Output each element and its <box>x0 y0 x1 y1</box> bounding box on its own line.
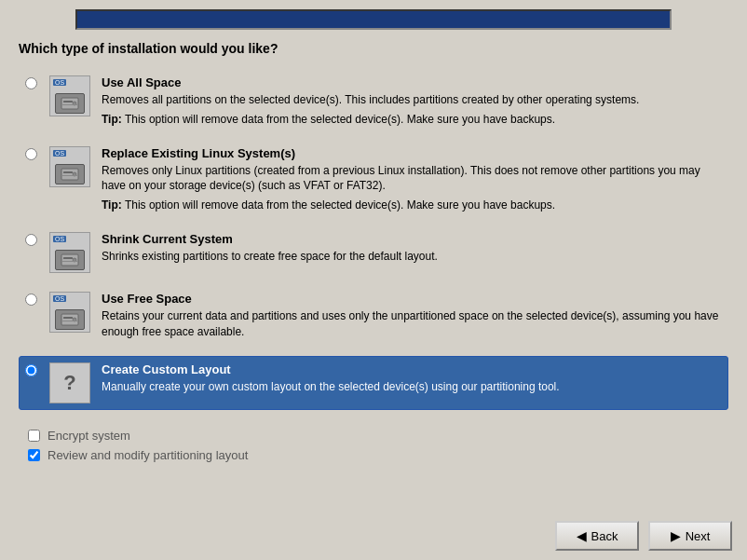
encrypt-label: Encrypt system <box>48 429 130 443</box>
page-question: Which type of installation would you lik… <box>19 41 728 56</box>
encrypt-checkbox[interactable] <box>28 430 40 442</box>
option-tip-use-all-space: Tip: This option will remove data from t… <box>102 112 722 128</box>
back-button[interactable]: ◀ Back <box>555 521 639 551</box>
checkboxes-section: Encrypt system Review and modify partiti… <box>19 429 728 462</box>
option-title-replace-linux: Replace Existing Linux System(s) <box>102 146 722 160</box>
option-title-use-free-space: Use Free Space <box>102 292 722 306</box>
back-icon: ◀ <box>577 528 587 543</box>
option-row-use-all-space[interactable]: OS Use All SpaceRemoves all partitions o… <box>19 69 728 134</box>
option-desc-use-all-space: Removes all partitions on the selected d… <box>102 92 722 108</box>
option-desc-shrink-current: Shrinks existing partitions to create fr… <box>102 249 722 265</box>
drive-icon-replace-linux: OS <box>49 146 90 187</box>
option-row-shrink-current[interactable]: OS Shrink Current SystemShrinks existing… <box>19 225 728 280</box>
radio-use-all-space[interactable] <box>25 77 37 89</box>
option-row-replace-linux[interactable]: OS Replace Existing Linux System(s)Remov… <box>19 140 728 220</box>
progress-bar <box>75 9 672 30</box>
review-label: Review and modify partitioning layout <box>48 448 248 462</box>
drive-icon-shrink-current: OS <box>49 232 90 273</box>
drive-icon-use-all-space: OS <box>49 75 90 116</box>
svg-rect-5 <box>63 171 73 173</box>
option-title-use-all-space: Use All Space <box>102 75 722 89</box>
navigation-buttons: ◀ Back ▶ Next <box>555 521 732 551</box>
radio-replace-linux[interactable] <box>25 148 37 160</box>
option-row-create-custom[interactable]: ?Create Custom LayoutManually create you… <box>19 356 728 410</box>
next-label: Next <box>686 529 711 543</box>
question-icon-create-custom: ? <box>49 362 90 403</box>
encrypt-checkbox-row: Encrypt system <box>28 429 728 443</box>
svg-rect-9 <box>63 257 73 259</box>
svg-rect-3 <box>61 104 78 105</box>
option-desc-use-free-space: Retains your current data and partitions… <box>102 308 722 340</box>
review-checkbox[interactable] <box>28 449 40 461</box>
svg-rect-1 <box>63 101 73 102</box>
options-list: OS Use All SpaceRemoves all partitions o… <box>19 69 728 410</box>
main-content: Which type of installation would you lik… <box>0 30 747 477</box>
svg-rect-13 <box>63 317 73 319</box>
radio-shrink-current[interactable] <box>25 234 37 246</box>
option-desc-create-custom: Manually create your own custom layout o… <box>102 379 722 395</box>
option-tip-replace-linux: Tip: This option will remove data from t… <box>102 198 722 213</box>
review-checkbox-row: Review and modify partitioning layout <box>28 448 728 462</box>
svg-rect-15 <box>61 321 78 321</box>
option-desc-replace-linux: Removes only Linux partitions (created f… <box>102 163 722 195</box>
next-button[interactable]: ▶ Next <box>648 521 732 551</box>
option-title-shrink-current: Shrink Current System <box>102 232 722 246</box>
radio-create-custom[interactable] <box>25 364 37 376</box>
drive-icon-use-free-space: OS <box>49 292 90 333</box>
svg-rect-11 <box>61 261 78 262</box>
next-icon: ▶ <box>671 528 681 543</box>
option-title-create-custom: Create Custom Layout <box>102 362 722 376</box>
back-label: Back <box>591 529 618 543</box>
option-row-use-free-space[interactable]: OS Use Free SpaceRetains your current da… <box>19 285 728 350</box>
radio-use-free-space[interactable] <box>25 294 37 306</box>
svg-rect-7 <box>61 175 78 176</box>
